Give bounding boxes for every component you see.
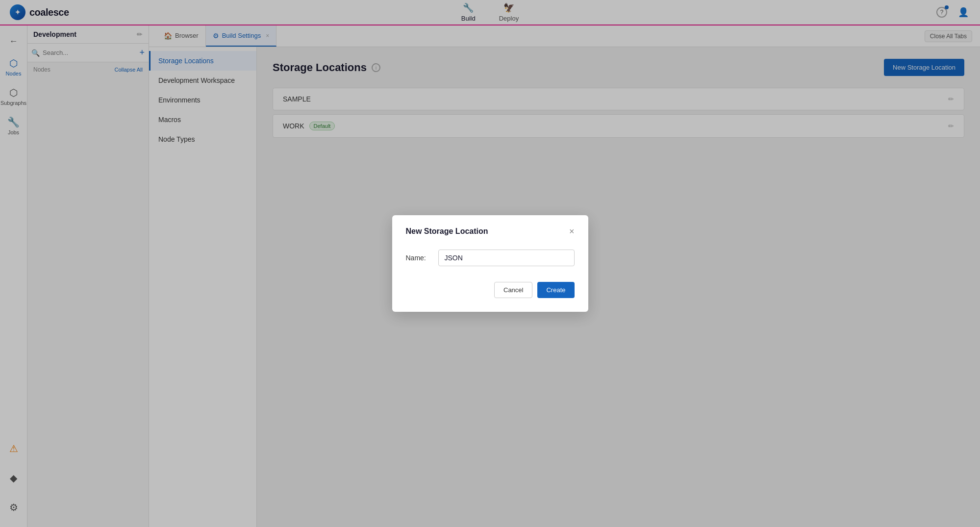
cancel-button[interactable]: Cancel: [494, 282, 532, 298]
modal-close-button[interactable]: ×: [569, 227, 575, 236]
name-input[interactable]: [438, 250, 575, 266]
new-storage-location-modal: New Storage Location × Name: Cancel Crea…: [392, 215, 588, 312]
create-button[interactable]: Create: [537, 282, 574, 298]
name-label: Name:: [406, 254, 430, 262]
modal-form-row: Name:: [406, 250, 575, 266]
modal-header: New Storage Location ×: [406, 227, 575, 236]
modal-actions: Cancel Create: [406, 282, 575, 298]
modal-overlay: New Storage Location × Name: Cancel Crea…: [0, 0, 980, 527]
modal-title: New Storage Location: [406, 227, 488, 236]
